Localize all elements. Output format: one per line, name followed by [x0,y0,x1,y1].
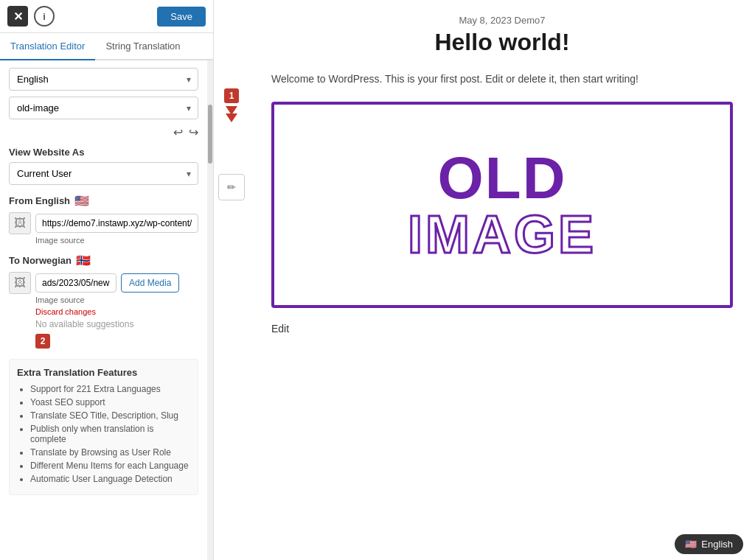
annotation-marker-2: 2 [35,334,50,349]
list-item: Publish only when translation is complet… [30,424,190,444]
from-image-source-input[interactable] [35,214,198,233]
tabs: Translation Editor String Translation [0,33,213,60]
extra-features-list: Support for 221 Extra Languages Yoast SE… [17,384,190,484]
info-button[interactable]: i [34,6,55,27]
from-image-source-label: Image source [35,236,198,245]
view-website-as-label: View Website As [9,147,198,158]
discard-changes-link[interactable]: Discard changes [35,307,198,316]
from-flag: 🇺🇸 [74,194,89,208]
language-select-wrapper: English Norwegian French Spanish [9,68,198,91]
top-bar: ✕ i Save [0,0,213,33]
redo-button[interactable]: ↪ [189,125,198,139]
left-panel: ✕ i Save Translation Editor String Trans… [0,0,214,560]
close-button[interactable]: ✕ [7,6,28,27]
lang-flag: 🇺🇸 [685,539,697,550]
to-section-label: To Norwegian [9,255,72,266]
from-section-header: From English 🇺🇸 [9,194,198,208]
list-item: Translate by Browsing as User Role [30,447,190,458]
arrow-down-icon-2 [226,113,237,122]
no-suggestions-text: No available suggestions [35,319,198,329]
list-item: Support for 221 Extra Languages [30,384,190,394]
add-media-button[interactable]: Add Media [121,273,179,293]
list-item: Yoast SEO support [30,397,190,407]
annotation-column: 1 ✏ [214,0,249,560]
view-website-as-wrapper: Current User Visitor [9,162,198,185]
preview-area: May 8, 2023 Demo7 Hello world! Welcome t… [249,0,755,560]
annotation-1: 1 [224,88,239,122]
extra-features-title: Extra Translation Features [17,367,190,378]
type-select-wrapper: old-image new-image [9,97,198,119]
annotation-edit-box: ✏ [218,174,245,200]
edit-link[interactable]: Edit [271,323,733,335]
lang-label: English [701,539,733,550]
old-text: OLD [438,149,567,208]
from-section-label: From English [9,195,70,206]
edit-icon-button[interactable]: ✏ [218,174,245,200]
to-section-header: To Norwegian 🇳🇴 [9,253,198,267]
panel-content: English Norwegian French Spanish old-ima… [0,60,207,560]
to-image-preview: 🖼 [9,272,31,294]
undo-redo-controls: ↩ ↪ [9,125,198,139]
list-item: Different Menu Items for each Language [30,461,190,471]
panel-scrollbar [207,60,213,560]
right-area: 1 ✏ May 8, 2023 Demo7 Hello world! Welco… [214,0,755,560]
panel-scroll-thumb [208,105,212,164]
from-image-preview: 🖼 [9,212,31,234]
tab-string-translation[interactable]: String Translation [95,33,190,60]
list-item: Automatic User Language Detection [30,474,190,484]
post-title: Hello world! [271,29,733,56]
post-excerpt: Welcome to WordPress. This is your first… [271,71,733,87]
to-section: To Norwegian 🇳🇴 🖼 Add Media Image source… [9,253,198,349]
to-image-source-label: Image source [35,295,198,304]
language-select[interactable]: English Norwegian French Spanish [9,68,198,91]
annotation-marker-1: 1 [224,88,239,103]
lang-pill[interactable]: 🇺🇸 English [675,534,743,554]
type-select[interactable]: old-image new-image [9,97,198,119]
extra-features-section: Extra Translation Features Support for 2… [9,359,198,495]
to-image-source-input[interactable] [35,273,116,293]
old-image-block: OLD IMAGE [271,102,733,308]
undo-button[interactable]: ↩ [173,125,183,139]
from-input-row: 🖼 [9,212,198,234]
from-section: From English 🇺🇸 🖼 Image source [9,194,198,245]
post-meta: May 8, 2023 Demo7 [271,15,733,26]
list-item: Translate SEO Title, Description, Slug [30,410,190,421]
image-text: IMAGE [408,208,596,261]
save-button[interactable]: Save [157,7,206,27]
tab-translation-editor[interactable]: Translation Editor [0,33,95,60]
to-flag: 🇳🇴 [76,253,91,267]
to-input-row: 🖼 Add Media [9,272,198,294]
view-website-as-select[interactable]: Current User Visitor [9,162,198,185]
